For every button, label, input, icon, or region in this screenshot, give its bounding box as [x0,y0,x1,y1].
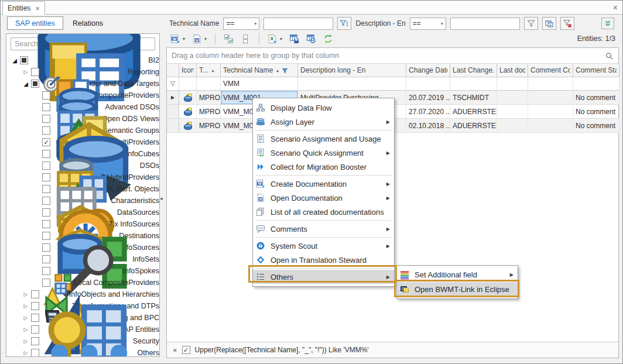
column-header-comment_status[interactable]: Comment Sta... [573,64,619,77]
cell-icon[interactable] [179,119,197,133]
cell-type[interactable]: MPRO [197,119,221,133]
menu-item-scenario-assignment-and-usage[interactable]: Scenario Assignment and Usage [253,132,394,146]
dropdown-arrow-icon[interactable]: ▾ [183,36,185,42]
expand-icon[interactable]: ▷ [21,315,30,321]
menu-item-list-of-all-created-documentations[interactable]: List of all created documentations [253,205,394,219]
cell-last_change[interactable]: ADUERRSTEIN [450,105,497,119]
checkbox-unchecked[interactable] [42,243,50,252]
tree-item-infospokes[interactable]: InfoSpokes [6,265,159,277]
expand-filter-panel-button[interactable] [601,18,614,29]
filter-cell-description[interactable] [298,77,406,91]
dropdown-arrow-icon[interactable]: ▾ [204,36,207,42]
menu-item-create-documentation[interactable]: WCreate Documentation▶ [253,177,394,191]
column-header-icon[interactable]: Icon [179,64,197,77]
checkboxes-button[interactable] [239,32,252,46]
expand-icon[interactable]: ▷ [21,338,30,344]
checkbox-unchecked[interactable] [42,126,50,135]
checkbox-unchecked[interactable] [42,255,50,263]
checkbox-unchecked[interactable] [31,349,39,357]
checkbox-unchecked[interactable] [31,68,39,76]
word-export-button[interactable]: W▾ [169,32,187,46]
row-indicator[interactable]: ▶ [167,91,179,105]
checkbox-unchecked[interactable] [42,220,50,228]
checkbox-unchecked[interactable] [42,197,50,205]
refresh-button[interactable] [321,32,335,46]
column-header-description[interactable]: Description long - En [298,64,406,77]
dropdown-arrow-icon[interactable]: ▾ [280,36,282,42]
column-header-last_doc[interactable]: Last doc. [497,64,528,77]
checkbox-unchecked[interactable] [42,232,50,240]
checkbox-unchecked[interactable] [42,91,50,99]
row-indicator[interactable] [167,105,179,119]
filter-menu-button[interactable] [337,17,351,30]
collapse-left-icon[interactable]: ◂ [160,195,163,201]
checkbox-unchecked[interactable] [31,302,39,310]
filter-window-button[interactable] [542,17,556,30]
checkbox-unchecked[interactable] [42,185,50,193]
expand-icon[interactable]: ▷ [21,291,30,297]
header-funnel-icon[interactable] [281,67,289,74]
checkbox-unchecked[interactable] [42,103,50,111]
column-header-type[interactable]: T...▲ [197,64,221,77]
tab-entities[interactable]: Entities × [2,1,45,15]
cell-icon[interactable] [179,91,197,105]
excel-export-button[interactable]: X▾ [266,32,284,46]
filter-cell-technical_name[interactable]: VMM [221,77,298,91]
expand-icon[interactable]: ▷ [21,350,30,356]
filter-cell-comment_status[interactable] [573,77,619,91]
tab-relations[interactable]: Relations [65,16,111,30]
description-filter-input[interactable] [450,18,520,30]
search-icon[interactable] [605,51,614,60]
cell-comment_co[interactable] [528,105,573,119]
filter-enabled-checkbox[interactable]: ✓ [182,346,190,354]
cell-icon[interactable] [179,105,197,119]
menu-item-collect-for-migration-booster[interactable]: Collect for Migration Booster [253,160,394,174]
cell-type[interactable]: MPRO [197,105,221,119]
checkbox-indeterminate[interactable] [31,80,39,88]
filter-cell-last_doc[interactable] [497,77,528,91]
word-doc-button[interactable]: W▾ [190,32,208,46]
menu-item-open-documentation[interactable]: WOpen Documentation▶ [253,191,394,205]
filter-cell-comment_co[interactable] [528,77,573,91]
cell-comment_status[interactable]: No comment [573,119,619,133]
menu-item-comments[interactable]: Comments▶ [253,222,394,236]
checkbox-unchecked[interactable] [31,314,39,322]
cell-last_change[interactable]: TSCHMIDT [450,91,497,105]
cell-comment_status[interactable]: No comment [573,105,619,119]
panel-splitter[interactable]: ◂ [160,33,166,357]
expand-icon[interactable]: ▷ [21,69,30,75]
tree-item-others[interactable]: ▷Others [6,347,159,357]
tab-sap-entities[interactable]: SAP entities [7,16,63,30]
technical-name-operator-select[interactable]: == ▾ [223,18,259,30]
menu-item-system-scout[interactable]: System Scout▶ [253,239,394,253]
window-close-icon[interactable]: × [613,3,618,12]
collapse-icon[interactable]: ◢ [21,81,30,87]
cell-type[interactable]: MPRO [197,91,221,105]
collapse-icon[interactable]: ◢ [10,57,19,64]
remove-filter-icon[interactable]: × [173,346,177,355]
cell-change_date[interactable]: 20.07.2019 ... [406,91,450,105]
checkbox-unchecked[interactable] [42,208,50,217]
checkbox-unchecked[interactable] [42,115,50,123]
cell-last_doc[interactable] [497,91,528,105]
column-header-change_date[interactable]: Change Date [406,64,450,77]
checkbox-unchecked[interactable] [31,290,39,298]
grid-save-button[interactable] [287,32,301,46]
description-operator-select[interactable]: == ▾ [410,18,446,30]
tab-close-icon[interactable]: × [35,5,40,12]
grid-reload-button[interactable] [304,32,318,46]
filter-cell-change_date[interactable] [406,77,450,91]
column-header-technical_name[interactable]: Technical Name▲ [221,64,298,77]
column-header-comment_co[interactable]: Comment Co... [528,64,573,77]
cell-last_doc[interactable] [497,119,528,133]
menu-item-others[interactable]: Others▶ [253,270,394,284]
checkbox-checked[interactable]: ✓ [42,138,50,146]
checkbox-unchecked[interactable] [42,162,50,170]
submenu-item-open-bwmt-link-in-eclipse[interactable]: Open BWMT-Link in Eclipse [397,282,518,297]
checkbox-unchecked[interactable] [31,337,39,345]
checkbox-unchecked[interactable] [42,150,50,158]
cell-comment_status[interactable]: No comment [573,91,619,105]
cell-comment_co[interactable] [528,91,573,105]
group-by-bar[interactable]: Drag a column header here to group by th… [167,48,618,64]
checkbox-unchecked[interactable] [42,173,50,181]
